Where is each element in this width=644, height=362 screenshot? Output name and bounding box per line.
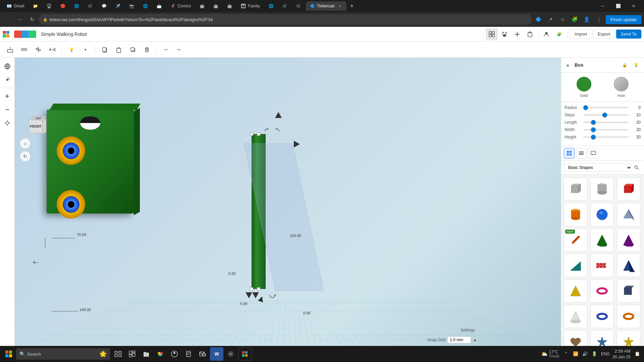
notification-icon[interactable]: 📋 [633,350,641,358]
tab-ai1[interactable]: 🤖 [196,1,209,11]
up-arrow[interactable] [275,112,282,120]
maximize-button[interactable]: ⬜ [610,0,626,12]
tab-tinkercad[interactable]: 🔷Tinkercad✕ [306,1,346,11]
build-button[interactable] [511,28,523,40]
shape-brick-red[interactable] [590,254,614,277]
tinkercad-ext-icon[interactable]: 🔷 [533,14,544,25]
rotate-handle-bottom[interactable] [268,291,276,299]
send-to-button[interactable]: Send To [616,29,641,39]
shape-prism-blue[interactable] [617,254,640,277]
steps-slider[interactable] [583,114,629,116]
back-button[interactable]: ← [3,14,13,25]
shape-pen-new[interactable]: New! [564,228,587,252]
lock-shape-button[interactable]: 🔒 [620,60,629,70]
shape-cone-white[interactable] [564,305,587,328]
list-view-shapes-btn[interactable] [576,148,587,159]
solid-option[interactable]: Solid [577,77,591,98]
clipboard-button[interactable] [524,28,536,40]
mirror-button[interactable] [46,44,58,56]
tab-instagram[interactable]: 📷 [125,1,138,11]
tab-newtab1[interactable]: 🌐 [70,1,83,11]
extensions-icon[interactable]: 🧩 [570,14,580,25]
snap-grid-input[interactable] [447,337,471,343]
profile-button[interactable] [540,28,552,40]
view-home-button[interactable]: ⌂ [20,138,31,149]
taskbar-outlook[interactable]: O [196,347,209,361]
redo-button[interactable]: ↪ [173,44,185,56]
tab-reddit[interactable]: 🔴 [56,1,69,11]
taskbar-word[interactable]: W [210,347,223,361]
undo-button[interactable]: ↩ [160,44,172,56]
collapse-button[interactable]: ▲ [565,62,571,68]
taskbar-widgets[interactable] [125,347,139,361]
start-button[interactable] [3,348,15,360]
shape-cylinder-gray[interactable] [590,177,614,201]
shapes-search-button[interactable] [632,163,641,172]
open-tab-icon[interactable]: ↗ [545,14,556,25]
tab-amazon3[interactable]: 🛒 [292,1,305,11]
light-dropdown-button[interactable]: ▾ [79,44,92,56]
orbit-button[interactable] [1,74,13,86]
bulb-button[interactable]: 💡 [631,60,641,70]
comment-btn[interactable] [588,148,599,159]
tab-close-icon[interactable]: ✕ [338,4,342,8]
snap-grid-arrow[interactable]: ▲ [473,338,477,342]
paste-button[interactable] [113,44,125,56]
axis-cube[interactable]: FRONT TOP [22,113,49,140]
hole-option[interactable]: Hole [614,77,629,98]
tab-gmail[interactable]: 📧Gmail [3,1,28,11]
shape-box-red[interactable] [617,177,640,201]
minimize-button[interactable]: — [595,0,610,12]
rotate-handle-top-right[interactable] [272,127,280,135]
user-icon[interactable]: 👤 [582,14,592,25]
shape-prism-blue-dark[interactable] [617,279,640,303]
tab-telegram[interactable]: ✈️ [111,1,124,11]
shape-pyramid-green[interactable] [590,228,614,252]
width-slider[interactable] [583,129,629,130]
menu-icon[interactable]: ⋮ [594,14,604,25]
reload-button[interactable]: ↻ [27,14,38,25]
radius-slider[interactable] [583,107,629,108]
tab-ai3[interactable]: 🤖 [223,1,236,11]
taskbar-settings[interactable] [224,347,237,361]
light-icon[interactable]: 💡 [65,44,77,56]
tab-newtab2[interactable]: 🌐 [139,1,152,11]
diagonal-arrow[interactable] [258,296,265,302]
tab-amazon2[interactable]: 🛒 [278,1,291,11]
paw-button[interactable] [498,28,511,40]
height-slider[interactable] [583,136,629,138]
taskbar-task-view[interactable] [111,347,125,361]
shape-wedge-teal[interactable] [564,254,587,277]
shape-cylinder-orange[interactable] [564,203,587,226]
shape-pyramid-yellow[interactable] [564,279,587,303]
battery-icon[interactable]: 🔋 [590,350,598,358]
rotate-handle-top-left[interactable] [264,127,272,135]
length-slider[interactable] [583,122,629,123]
tab-drive[interactable]: 📁 [29,1,42,11]
tray-arrow[interactable]: ⌃ [562,350,570,358]
shapes-category-select[interactable]: Basic Shapes [564,163,632,172]
tab-outlook[interactable]: 📩 [153,1,166,11]
grid-view-button[interactable] [486,28,498,40]
zoom-out-button[interactable]: − [1,104,13,116]
view-orbit-button[interactable]: ↻ [20,151,31,162]
tab-chromebook[interactable]: 🖥️ [43,1,56,11]
ruler-button[interactable] [18,44,30,56]
grid-view-shapes-btn[interactable] [564,148,575,159]
forward-button[interactable]: → [15,14,25,25]
network-icon[interactable]: 📶 [572,350,580,358]
taskbar-epic[interactable] [182,347,195,361]
import-button[interactable]: Import [570,29,592,39]
tab-whatsapp[interactable]: 💬 [98,1,111,11]
tab-newtab3[interactable]: 🌐 [265,1,278,11]
taskbar-chrome[interactable] [154,347,167,361]
zoom-fit-button[interactable] [1,117,13,129]
extension-button[interactable]: 🧩 [553,28,565,40]
home-nav-button[interactable] [1,60,13,72]
close-button[interactable]: ✕ [626,0,641,12]
shape-sphere-blue[interactable] [590,203,614,226]
taskbar-tinkercad[interactable] [238,347,252,361]
duplicate-button[interactable] [127,44,139,56]
shape-prism-gray[interactable] [617,203,640,226]
copy-button[interactable] [99,44,111,56]
